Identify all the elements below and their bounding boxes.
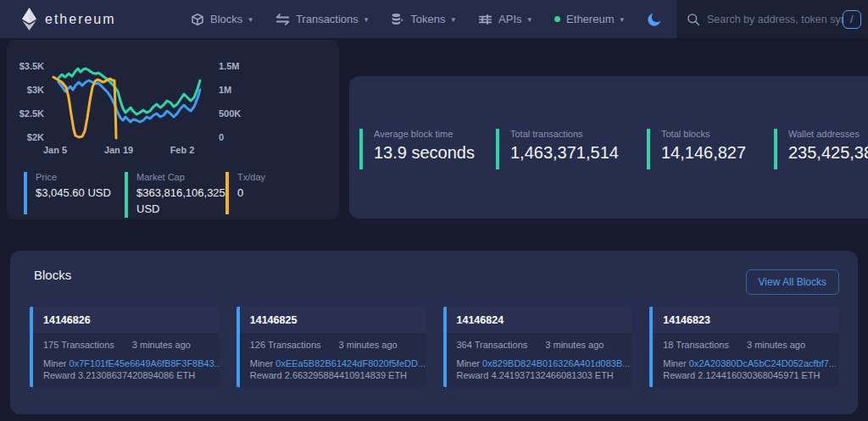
block-reward: Reward 4.241937132466081303 ETH bbox=[457, 369, 622, 381]
y-axis-tick: $3.5K bbox=[14, 61, 44, 71]
nav-item-apis[interactable]: APIs ▾ bbox=[478, 13, 531, 25]
block-tx-count: 126 Transactions bbox=[250, 340, 321, 350]
x-axis-tick: Jan 5 bbox=[38, 145, 72, 155]
legend-label: Tx/day bbox=[237, 172, 265, 182]
search-shortcut-badge: / bbox=[843, 10, 861, 29]
x-axis-tick: Feb 2 bbox=[165, 145, 199, 155]
search-icon bbox=[687, 13, 700, 26]
stat-label: Average block time bbox=[374, 129, 475, 139]
stat-label: Total blocks bbox=[661, 129, 746, 139]
blocks-section: Blocks View All Blocks 14146826 175 Tran… bbox=[10, 251, 858, 414]
block-number-link[interactable]: 14146826 bbox=[43, 314, 91, 326]
search-input[interactable] bbox=[707, 14, 843, 25]
miner-label: Miner bbox=[250, 358, 274, 368]
block-card-header: 14146826 bbox=[33, 307, 219, 333]
brand-name: ethereum bbox=[45, 12, 116, 27]
block-age: 3 minutes ago bbox=[747, 340, 805, 350]
nav-label: Blocks bbox=[210, 13, 242, 25]
miner-label: Miner bbox=[663, 358, 687, 368]
nav-label: Ethereum bbox=[566, 13, 614, 25]
block-card-body: 18 Transactions 3 minutes ago Miner 0x2A… bbox=[653, 333, 838, 381]
market-chart-panel: $3.5K $3K $2.5K $2K 1.5M 1M 500K 0 Jan 5… bbox=[7, 40, 339, 219]
block-card-body: 175 Transactions 3 minutes ago Miner 0x7… bbox=[33, 333, 219, 381]
miner-address-link[interactable]: 0x7F101fE45e6649A6fB8F3F8B43... bbox=[70, 358, 219, 368]
blocks-section-title: Blocks bbox=[34, 268, 71, 282]
block-age: 3 minutes ago bbox=[545, 340, 604, 350]
ethereum-logo[interactable]: ethereum bbox=[22, 8, 116, 30]
nav-label: Tokens bbox=[410, 13, 445, 25]
y-axis-tick-right: 500K bbox=[219, 108, 249, 119]
search-bar: / bbox=[676, 0, 868, 38]
block-reward: Reward 2.124416030368045971 ETH bbox=[663, 369, 828, 381]
stat-total-transactions: Total transactions 1,463,371,514 bbox=[496, 129, 619, 169]
block-number-link[interactable]: 14146825 bbox=[250, 314, 298, 326]
legend-value: $363,816,106,325 USD bbox=[136, 186, 223, 218]
block-age: 3 minutes ago bbox=[339, 340, 398, 350]
block-number-link[interactable]: 14146823 bbox=[663, 314, 710, 326]
block-tx-count: 175 Transactions bbox=[43, 340, 114, 350]
chevron-down-icon: ▾ bbox=[528, 15, 532, 24]
stat-label: Total transactions bbox=[510, 129, 619, 139]
chart-plot bbox=[47, 64, 216, 140]
block-card: 14146823 18 Transactions 3 minutes ago M… bbox=[649, 307, 838, 387]
legend-txday: Tx/day 0 bbox=[225, 172, 265, 214]
coins-icon bbox=[391, 13, 404, 25]
stat-label: Wallet addresses bbox=[788, 129, 868, 139]
navbar: ethereum Blocks ▾ Transactions bbox=[0, 0, 868, 38]
chevron-down-icon: ▾ bbox=[620, 15, 624, 24]
miner-address-link[interactable]: 0xEEa5B82B61424dF8020f5feDD... bbox=[275, 358, 425, 368]
block-age: 3 minutes ago bbox=[132, 340, 191, 350]
block-reward: Reward 3.21308637420894086 ETH bbox=[43, 369, 209, 381]
dark-mode-toggle[interactable] bbox=[647, 11, 663, 27]
legend-value: $3,045.60 USD bbox=[36, 186, 111, 202]
nav-item-tokens[interactable]: Tokens ▾ bbox=[391, 13, 455, 25]
block-tx-count: 364 Transactions bbox=[457, 340, 528, 350]
block-card: 14146824 364 Transactions 3 minutes ago … bbox=[443, 307, 632, 387]
nav-label: Transactions bbox=[296, 13, 359, 25]
x-axis-tick: Jan 19 bbox=[100, 145, 137, 155]
stat-value: 235,425,38 bbox=[788, 143, 868, 163]
legend-market-cap: Market Cap $363,816,106,325 USD bbox=[125, 172, 223, 218]
main-nav: Blocks ▾ Transactions ▾ bbox=[191, 11, 663, 27]
chevron-down-icon: ▾ bbox=[248, 15, 253, 24]
legend-label: Market Cap bbox=[136, 172, 223, 182]
block-cards-row: 14146826 175 Transactions 3 minutes ago … bbox=[30, 307, 838, 387]
block-card: 14146826 175 Transactions 3 minutes ago … bbox=[30, 307, 219, 387]
miner-address-link[interactable]: 0x2A20380DcA5bC24D052acfbf7... bbox=[689, 358, 837, 368]
chevron-down-icon: ▾ bbox=[364, 15, 369, 24]
view-all-blocks-button[interactable]: View All Blocks bbox=[746, 269, 839, 295]
nav-item-transactions[interactable]: Transactions ▾ bbox=[275, 13, 368, 25]
block-card-header: 14146823 bbox=[653, 307, 838, 333]
block-card-header: 14146824 bbox=[447, 307, 632, 333]
nav-item-blocks[interactable]: Blocks ▾ bbox=[191, 13, 253, 26]
block-reward: Reward 2.663295884410914839 ETH bbox=[250, 369, 415, 381]
moon-icon bbox=[647, 11, 663, 27]
y-axis-tick: $2K bbox=[14, 132, 44, 142]
ethereum-explorer-page: ethereum Blocks ▾ Transactions bbox=[0, 0, 868, 421]
stat-total-blocks: Total blocks 14,146,827 bbox=[647, 129, 746, 169]
legend-label: Price bbox=[36, 172, 111, 182]
swap-arrows-icon bbox=[275, 14, 290, 25]
network-status-dot-icon bbox=[554, 16, 560, 22]
block-tx-count: 18 Transactions bbox=[663, 340, 729, 350]
ethereum-diamond-icon bbox=[22, 8, 36, 30]
block-card: 14146825 126 Transactions 3 minutes ago … bbox=[236, 307, 426, 387]
miner-label: Miner bbox=[457, 358, 481, 368]
legend-value: 0 bbox=[237, 186, 265, 202]
miner-address-link[interactable]: 0x829BD824B016326A401d083B... bbox=[482, 358, 630, 368]
block-card-body: 126 Transactions 3 minutes ago Miner 0xE… bbox=[240, 333, 426, 381]
block-card-body: 364 Transactions 3 minutes ago Miner 0x8… bbox=[447, 333, 632, 381]
stat-average-block-time: Average block time 13.9 seconds bbox=[359, 129, 475, 169]
stat-value: 14,146,827 bbox=[661, 143, 746, 163]
cube-icon bbox=[191, 13, 204, 26]
sliders-icon bbox=[478, 14, 492, 25]
chevron-down-icon: ▾ bbox=[452, 15, 456, 24]
miner-label: Miner bbox=[43, 358, 67, 368]
legend-price: Price $3,045.60 USD bbox=[24, 172, 111, 214]
y-axis-tick-right: 1M bbox=[219, 85, 249, 95]
block-number-link[interactable]: 14146824 bbox=[457, 314, 504, 326]
y-axis-tick-right: 1.5M bbox=[219, 61, 249, 71]
nav-label: APIs bbox=[498, 13, 521, 25]
network-stats-panel: Average block time 13.9 seconds Total tr… bbox=[349, 76, 868, 219]
nav-item-network-ethereum[interactable]: Ethereum ▾ bbox=[554, 13, 624, 25]
